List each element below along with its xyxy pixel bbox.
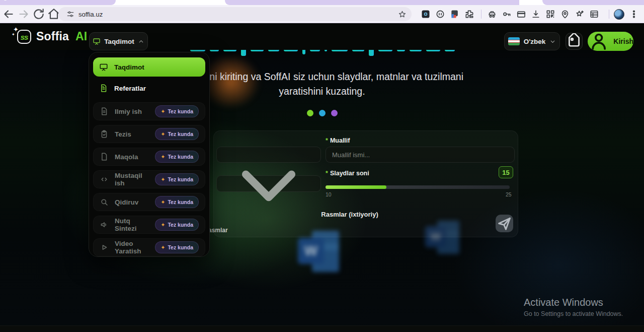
circle-extension-icon[interactable] (435, 9, 445, 19)
site-header: ss ✦ ✦ Soffia AI Taqdimot O'zbek (0, 23, 644, 50)
browser-toolbar: soffia.uz (0, 5, 644, 23)
file-icon (100, 152, 109, 161)
qr-scan-icon[interactable] (545, 9, 555, 19)
sparkle-icon: ✦ (160, 199, 165, 206)
search-icon (100, 197, 109, 207)
coming-soon-badge: ✦ Tez kunda (155, 219, 199, 231)
coming-soon-badge: ✦ Tez kunda (155, 196, 199, 208)
menu-item-ilmiy-ish[interactable]: Ilmiy ish ✦ Tez kunda (93, 102, 205, 120)
sparkle-icon: ✦ (160, 154, 165, 160)
browser-tab-group[interactable] (225, 0, 519, 5)
extension-icons (421, 7, 474, 21)
windows-activation-watermark: Activate Windows Go to Settings to activ… (524, 297, 623, 317)
coming-soon-badge: ✦ Tez kunda (155, 151, 199, 163)
menu-item-mustaqil-ish[interactable]: Mustaqil ish ✦ Tez kunda (93, 170, 205, 188)
back-icon[interactable] (2, 8, 15, 21)
toolbar-divider (609, 10, 609, 19)
uzbekistan-flag-icon (508, 37, 520, 45)
sparkle-icon: ✦ (160, 131, 165, 138)
hero-subtitle-line1: Mavzuni kiriting va SoffAI siz uchun sla… (181, 71, 463, 82)
browser-tab[interactable] (542, 0, 644, 5)
pricing-tag-button[interactable] (566, 33, 583, 50)
menu-item-label: Qidiruv (115, 198, 149, 206)
url-text: soffia.uz (78, 11, 398, 18)
watermark-subtitle: Go to Settings to activate Windows. (524, 310, 623, 317)
menu-item-video-yaratish[interactable]: Video Yaratish ✦ Tez kunda (93, 238, 205, 256)
puzzle-icon[interactable] (464, 9, 474, 19)
grid-extension-icon[interactable] (421, 9, 431, 19)
slides-count-label: *Slaydlar soni (326, 170, 369, 177)
presentation-icon (93, 37, 101, 45)
sparkle-icon: ✦ (160, 108, 165, 115)
brand-accent: AI (75, 30, 87, 43)
location-icon[interactable] (560, 9, 570, 19)
menu-item-label: Referatlar (114, 85, 199, 92)
language-selector[interactable]: O'zbek (504, 32, 560, 50)
star-sparkle-icon[interactable] (575, 9, 585, 19)
chevron-up-icon (138, 38, 144, 45)
profile-avatar[interactable] (614, 9, 624, 20)
bookmarks-extension-icon[interactable] (450, 9, 460, 19)
menu-item-nutq-sintezi[interactable]: Nutq Sintezi ✦ Tez kunda (93, 216, 205, 234)
slides-slider[interactable] (326, 185, 510, 189)
reload-icon[interactable] (32, 8, 45, 21)
hero-subtitle-line2: yaratishini kuzating. (279, 86, 365, 97)
sparkle-icon: ✦ (160, 176, 165, 183)
menu-item-qidiruv[interactable]: Qidiruv ✦ Tez kunda (93, 193, 205, 211)
type-select[interactable] (216, 175, 321, 192)
browser-tab[interactable] (0, 0, 116, 5)
footer-strip (0, 325, 644, 332)
menu-item-maqola[interactable]: Maqola ✦ Tez kunda (93, 148, 205, 166)
menu-item-label: Mustaqil ish (115, 172, 149, 187)
page-background: W W Mavzuni kiriting va SoffAI siz uchun… (0, 23, 644, 332)
brand-name: Soffia (36, 30, 69, 43)
menu-item-label: Tezis (115, 130, 149, 138)
coming-soon-badge: ✦ Tez kunda (155, 173, 199, 185)
menu-item-taqdimot[interactable]: Taqdimot ✦ (93, 57, 205, 77)
required-asterisk: * (326, 170, 328, 177)
author-label: *Muallif (326, 137, 350, 144)
tag-icon (566, 33, 582, 49)
menu-item-label: Ilmiy ish (115, 108, 149, 115)
author-input[interactable] (326, 147, 515, 163)
screen: soffia.uz W W Mavzuni (0, 0, 644, 332)
submit-button[interactable] (496, 215, 513, 232)
site-settings-icon[interactable] (66, 10, 74, 18)
browser-tool-icons (487, 7, 599, 21)
code-icon (100, 175, 109, 184)
slider-max-label: 25 (506, 191, 512, 197)
coming-soon-badge: ✦ Tez kunda (155, 241, 199, 253)
slider-min-label: 10 (326, 191, 332, 197)
menu-item-tezis[interactable]: Tezis ✦ Tez kunda (93, 125, 205, 143)
services-dropdown-menu: Taqdimot ✦ Referatlar ✦ Ilmiy ish ✦ Tez … (89, 52, 210, 257)
list-icon[interactable] (589, 9, 599, 19)
nav-presentation-button[interactable]: Taqdimot (89, 32, 148, 50)
browser-menu-icon[interactable] (629, 9, 639, 19)
watermark-title: Activate Windows (524, 297, 623, 308)
menu-item-label: Nutq Sintezi (115, 217, 149, 232)
browser-tab-strip (0, 0, 644, 5)
chevron-down-icon (549, 38, 556, 45)
generator-form: *Muallif *Slaydlar soni 15 10 25 Rasmlar… (213, 130, 518, 237)
forward-icon[interactable] (17, 8, 30, 21)
clipboard-icon (100, 129, 109, 139)
menu-item-label: Maqola (115, 153, 149, 161)
card-icon[interactable] (516, 9, 526, 19)
address-bar[interactable]: soffia.uz (58, 7, 412, 21)
login-button[interactable]: Kirish (588, 32, 633, 51)
loading-dot-3 (331, 110, 338, 116)
slides-count-value: 15 (499, 166, 513, 178)
key-icon[interactable] (502, 9, 512, 19)
play-icon (100, 243, 109, 252)
menu-item-referatlar[interactable]: Referatlar ✦ (93, 79, 205, 98)
file-text-icon (100, 107, 109, 116)
tab-favicon (3, 0, 8, 1)
bookmark-star-icon[interactable] (398, 10, 407, 19)
download-icon[interactable] (531, 9, 541, 19)
cart-icon[interactable] (487, 9, 497, 19)
sparkle-icon: ✦ (160, 222, 165, 228)
document-icon (99, 84, 108, 93)
brand-logo[interactable]: ss ✦ ✦ Soffia AI (14, 28, 87, 45)
nav-button-label: Taqdimot (104, 38, 134, 45)
images-section-label: Rasmlar (ixtiyoriy) (214, 211, 486, 218)
